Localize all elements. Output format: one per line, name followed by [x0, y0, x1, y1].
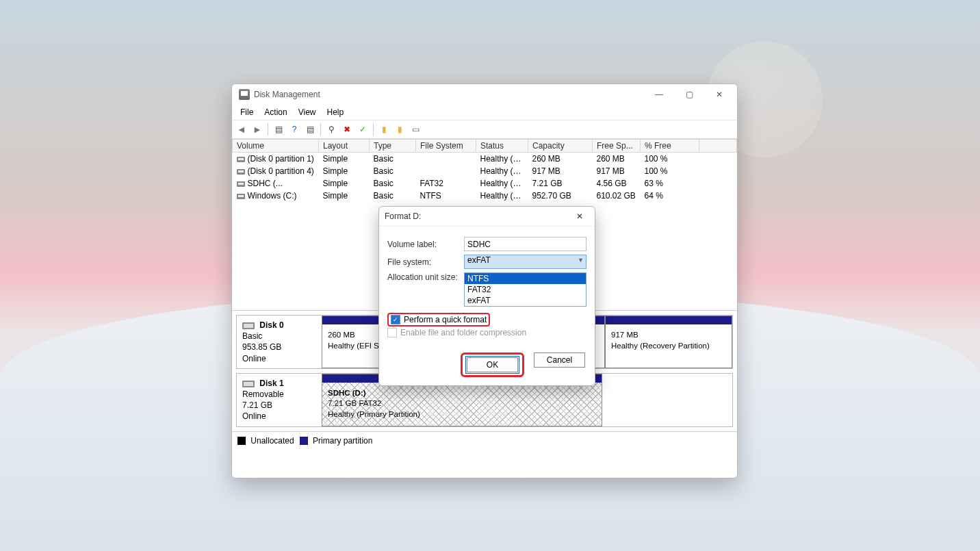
- cancel-button[interactable]: Cancel: [534, 353, 585, 368]
- filesystem-select[interactable]: exFAT ▼: [464, 255, 586, 269]
- help-icon[interactable]: ?: [287, 123, 301, 136]
- table-row[interactable]: (Disk 0 partition 1)SimpleBasicHealthy (…: [233, 153, 737, 166]
- maximize-button[interactable]: ▢: [674, 84, 704, 105]
- label-allocation: Allocation unit size:: [387, 272, 464, 282]
- partition-status: Healthy (Recovery Partition): [611, 342, 710, 350]
- volume-icon: [237, 157, 245, 162]
- col-free[interactable]: Free Sp...: [593, 140, 641, 153]
- partition-size: 7.21 GB FAT32: [328, 399, 381, 407]
- ok-button[interactable]: OK: [467, 357, 518, 372]
- compression-checkbox: [387, 328, 397, 337]
- disk-header[interactable]: Disk 0 Basic 953.85 GB Online: [237, 316, 322, 368]
- menu-help[interactable]: Help: [322, 106, 350, 118]
- volume-icon: [237, 181, 245, 187]
- swatch-unallocated: [237, 437, 246, 445]
- disk-state: Online: [242, 354, 266, 363]
- menu-file[interactable]: File: [235, 106, 259, 118]
- table-row[interactable]: Windows (C:)SimpleBasicNTFSHealthy (B...…: [233, 190, 737, 202]
- dialog-title: Format D:: [385, 212, 421, 221]
- minimize-button[interactable]: —: [644, 84, 674, 105]
- table-row[interactable]: (Disk 0 partition 4)SimpleBasicHealthy (…: [233, 165, 737, 177]
- properties-icon[interactable]: ▭: [409, 123, 422, 136]
- volume-label-input[interactable]: [464, 237, 586, 251]
- col-filesystem[interactable]: File System: [416, 140, 476, 153]
- window-title: Disk Management: [254, 90, 644, 99]
- partition-size: 260 MB: [328, 331, 355, 339]
- col-type[interactable]: Type: [370, 140, 416, 153]
- menu-bar: File Action View Help: [232, 105, 737, 120]
- window-titlebar[interactable]: Disk Management — ▢ ✕: [232, 84, 737, 105]
- disk-title: Disk 1: [259, 379, 283, 388]
- legend-primary: Primary partition: [313, 436, 372, 446]
- disk-title: Disk 0: [259, 320, 283, 330]
- label-filesystem: File system:: [387, 257, 464, 267]
- swatch-primary: [300, 437, 308, 445]
- partition-size: 917 MB: [611, 331, 639, 339]
- menu-action[interactable]: Action: [259, 106, 292, 118]
- toolbar-separator: [320, 123, 321, 136]
- close-button[interactable]: ✕: [704, 84, 734, 105]
- chevron-down-icon: ▼: [578, 257, 584, 264]
- highlight-ok-button: OK: [461, 353, 524, 377]
- disk-icon: [242, 381, 255, 387]
- col-layout[interactable]: Layout: [319, 140, 370, 153]
- refresh-icon[interactable]: ▤: [303, 123, 317, 136]
- partition[interactable]: 917 MB Healthy (Recovery Partition): [605, 316, 732, 368]
- forward-icon[interactable]: ►: [250, 123, 264, 136]
- legend: Unallocated Primary partition: [232, 431, 737, 450]
- folder-key-icon[interactable]: ▮: [393, 123, 407, 136]
- table-header-row[interactable]: Volume Layout Type File System Status Ca…: [233, 140, 737, 153]
- disk-state: Online: [242, 411, 266, 421]
- dialog-titlebar[interactable]: Format D: ✕: [379, 207, 595, 227]
- col-status[interactable]: Status: [476, 140, 528, 153]
- detail-view-icon[interactable]: ▤: [272, 123, 285, 136]
- table-row[interactable]: SDHC (...SimpleBasicFAT32Healthy (P...7.…: [233, 177, 737, 190]
- compression-label: Enable file and folder compression: [400, 328, 526, 337]
- partition-bar: [606, 316, 732, 324]
- menu-view[interactable]: View: [293, 106, 322, 118]
- partition-name: SDHC (D:): [328, 389, 366, 397]
- volume-icon: [237, 194, 245, 199]
- back-icon[interactable]: ◄: [235, 123, 248, 136]
- legend-unallocated: Unallocated: [250, 436, 294, 446]
- filesystem-selected: exFAT: [467, 255, 491, 265]
- col-pctfree[interactable]: % Free: [641, 140, 699, 153]
- folder-icon[interactable]: ▮: [377, 123, 391, 136]
- toolbar: ◄ ► ▤ ? ▤ ⚲ ✖ ✓ ▮ ▮ ▭: [232, 120, 737, 139]
- col-volume[interactable]: Volume: [233, 140, 319, 153]
- disk-icon: [242, 322, 255, 329]
- quick-format-label[interactable]: Perform a quick format: [404, 315, 487, 324]
- dialog-close-button[interactable]: ✕: [570, 207, 589, 226]
- format-dialog: Format D: ✕ Volume label: File system: e…: [378, 206, 595, 386]
- check-icon[interactable]: ✓: [356, 123, 370, 136]
- disk-header[interactable]: Disk 1 Removable 7.21 GB Online: [237, 374, 322, 426]
- disk-size: 7.21 GB: [242, 400, 272, 410]
- quick-format-checkbox[interactable]: ✓: [391, 315, 400, 324]
- disk-size: 953.85 GB: [242, 342, 281, 352]
- highlight-quick-format: ✓ Perform a quick format: [387, 313, 490, 326]
- col-capacity[interactable]: Capacity: [528, 140, 593, 153]
- app-icon: [239, 89, 250, 100]
- delete-icon[interactable]: ✖: [340, 123, 354, 136]
- disk-kind: Basic: [242, 331, 262, 341]
- volume-icon: [237, 169, 245, 175]
- label-volume: Volume label:: [387, 240, 464, 249]
- partition-status: Healthy (Primary Partition): [328, 410, 420, 418]
- toolbar-separator: [268, 123, 268, 136]
- toolbar-separator: [373, 123, 374, 136]
- action-icon[interactable]: ⚲: [324, 123, 338, 136]
- disk-kind: Removable: [242, 389, 284, 399]
